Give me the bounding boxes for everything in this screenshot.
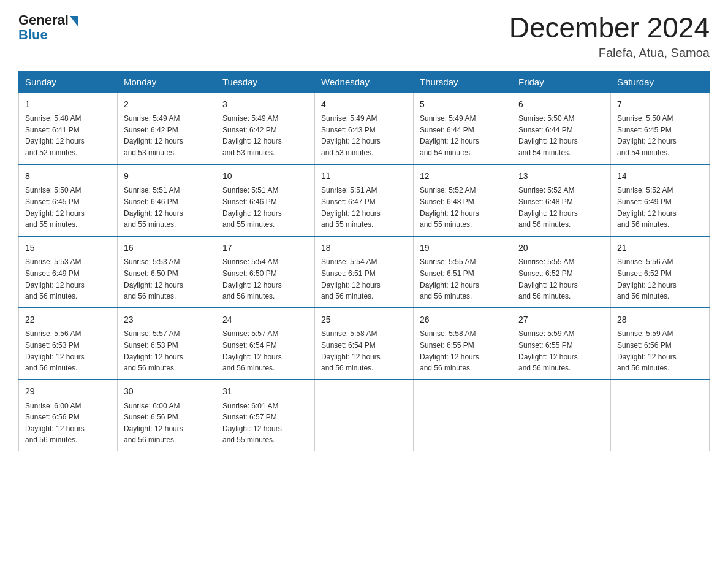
calendar-week-row: 8Sunrise: 5:50 AM Sunset: 6:45 PM Daylig… <box>19 164 710 236</box>
calendar-cell: 5Sunrise: 5:49 AM Sunset: 6:44 PM Daylig… <box>414 93 512 164</box>
day-info: Sunrise: 5:54 AM Sunset: 6:51 PM Dayligh… <box>321 256 407 302</box>
col-header-saturday: Saturday <box>611 71 710 93</box>
calendar-cell: 21Sunrise: 5:56 AM Sunset: 6:52 PM Dayli… <box>611 236 710 308</box>
day-info: Sunrise: 5:50 AM Sunset: 6:44 PM Dayligh… <box>518 113 604 158</box>
calendar-cell: 3Sunrise: 5:49 AM Sunset: 6:42 PM Daylig… <box>216 93 315 164</box>
day-number: 4 <box>321 98 407 112</box>
calendar-cell: 20Sunrise: 5:55 AM Sunset: 6:52 PM Dayli… <box>512 236 611 308</box>
day-number: 27 <box>518 313 604 327</box>
day-info: Sunrise: 5:55 AM Sunset: 6:51 PM Dayligh… <box>420 256 506 302</box>
day-info: Sunrise: 5:49 AM Sunset: 6:42 PM Dayligh… <box>124 113 210 158</box>
calendar-cell: 14Sunrise: 5:52 AM Sunset: 6:49 PM Dayli… <box>611 164 710 236</box>
calendar-cell: 19Sunrise: 5:55 AM Sunset: 6:51 PM Dayli… <box>414 236 512 308</box>
day-number: 8 <box>25 170 111 183</box>
day-info: Sunrise: 5:49 AM Sunset: 6:43 PM Dayligh… <box>321 113 407 158</box>
day-info: Sunrise: 5:53 AM Sunset: 6:49 PM Dayligh… <box>25 256 111 302</box>
calendar-cell: 15Sunrise: 5:53 AM Sunset: 6:49 PM Dayli… <box>19 236 118 308</box>
day-info: Sunrise: 5:50 AM Sunset: 6:45 PM Dayligh… <box>617 113 703 158</box>
calendar-cell: 30Sunrise: 6:00 AM Sunset: 6:56 PM Dayli… <box>118 380 216 451</box>
calendar-week-row: 22Sunrise: 5:56 AM Sunset: 6:53 PM Dayli… <box>19 308 710 380</box>
day-number: 17 <box>222 242 308 255</box>
col-header-wednesday: Wednesday <box>315 71 414 93</box>
calendar-cell: 12Sunrise: 5:52 AM Sunset: 6:48 PM Dayli… <box>414 164 512 236</box>
calendar-cell <box>414 380 512 451</box>
day-number: 20 <box>518 242 604 255</box>
day-info: Sunrise: 5:58 AM Sunset: 6:55 PM Dayligh… <box>420 328 506 373</box>
day-info: Sunrise: 5:51 AM Sunset: 6:46 PM Dayligh… <box>124 185 210 230</box>
day-number: 31 <box>222 385 308 399</box>
day-number: 12 <box>420 170 506 183</box>
calendar-cell: 1Sunrise: 5:48 AM Sunset: 6:41 PM Daylig… <box>19 93 118 164</box>
day-number: 7 <box>617 98 703 112</box>
col-header-thursday: Thursday <box>414 71 512 93</box>
calendar-week-row: 1Sunrise: 5:48 AM Sunset: 6:41 PM Daylig… <box>19 93 710 164</box>
col-header-sunday: Sunday <box>19 71 118 93</box>
calendar-cell: 26Sunrise: 5:58 AM Sunset: 6:55 PM Dayli… <box>414 308 512 380</box>
calendar-cell <box>315 380 414 451</box>
calendar-cell: 24Sunrise: 5:57 AM Sunset: 6:54 PM Dayli… <box>216 308 315 380</box>
day-info: Sunrise: 5:52 AM Sunset: 6:48 PM Dayligh… <box>420 185 506 230</box>
logo-blue-text: Blue <box>18 27 48 43</box>
day-number: 1 <box>25 98 111 112</box>
day-info: Sunrise: 5:56 AM Sunset: 6:52 PM Dayligh… <box>617 256 703 302</box>
day-info: Sunrise: 5:54 AM Sunset: 6:50 PM Dayligh… <box>222 256 308 302</box>
day-number: 26 <box>420 313 506 327</box>
day-info: Sunrise: 5:48 AM Sunset: 6:41 PM Dayligh… <box>25 113 111 158</box>
day-number: 29 <box>25 385 111 399</box>
month-title: December 2024 <box>509 12 710 44</box>
day-info: Sunrise: 5:55 AM Sunset: 6:52 PM Dayligh… <box>518 256 604 302</box>
day-info: Sunrise: 5:57 AM Sunset: 6:53 PM Dayligh… <box>124 328 210 373</box>
day-info: Sunrise: 5:51 AM Sunset: 6:46 PM Dayligh… <box>222 185 308 230</box>
day-number: 3 <box>222 98 308 112</box>
day-info: Sunrise: 5:51 AM Sunset: 6:47 PM Dayligh… <box>321 185 407 230</box>
day-info: Sunrise: 5:52 AM Sunset: 6:48 PM Dayligh… <box>518 185 604 230</box>
day-info: Sunrise: 5:49 AM Sunset: 6:42 PM Dayligh… <box>222 113 308 158</box>
col-header-monday: Monday <box>118 71 216 93</box>
calendar-cell: 11Sunrise: 5:51 AM Sunset: 6:47 PM Dayli… <box>315 164 414 236</box>
day-info: Sunrise: 5:49 AM Sunset: 6:44 PM Dayligh… <box>420 113 506 158</box>
day-number: 30 <box>124 385 210 399</box>
day-info: Sunrise: 5:59 AM Sunset: 6:55 PM Dayligh… <box>518 328 604 373</box>
day-number: 14 <box>617 170 703 183</box>
calendar-cell: 29Sunrise: 6:00 AM Sunset: 6:56 PM Dayli… <box>19 380 118 451</box>
day-info: Sunrise: 5:56 AM Sunset: 6:53 PM Dayligh… <box>25 328 111 373</box>
col-header-tuesday: Tuesday <box>216 71 315 93</box>
calendar-cell: 13Sunrise: 5:52 AM Sunset: 6:48 PM Dayli… <box>512 164 611 236</box>
day-number: 2 <box>124 98 210 112</box>
day-number: 11 <box>321 170 407 183</box>
calendar-cell: 6Sunrise: 5:50 AM Sunset: 6:44 PM Daylig… <box>512 93 611 164</box>
title-block: December 2024 Falefa, Atua, Samoa <box>509 12 710 60</box>
logo-arrow-icon <box>70 16 78 27</box>
calendar-cell: 27Sunrise: 5:59 AM Sunset: 6:55 PM Dayli… <box>512 308 611 380</box>
day-number: 25 <box>321 313 407 327</box>
day-number: 9 <box>124 170 210 183</box>
day-number: 28 <box>617 313 703 327</box>
calendar-header-row: SundayMondayTuesdayWednesdayThursdayFrid… <box>19 71 710 93</box>
calendar-cell: 2Sunrise: 5:49 AM Sunset: 6:42 PM Daylig… <box>118 93 216 164</box>
day-number: 22 <box>25 313 111 327</box>
calendar-cell: 25Sunrise: 5:58 AM Sunset: 6:54 PM Dayli… <box>315 308 414 380</box>
logo-general-text: General <box>18 12 69 28</box>
day-number: 18 <box>321 242 407 255</box>
day-info: Sunrise: 6:00 AM Sunset: 6:56 PM Dayligh… <box>25 400 111 446</box>
calendar-cell: 4Sunrise: 5:49 AM Sunset: 6:43 PM Daylig… <box>315 93 414 164</box>
day-number: 10 <box>222 170 308 183</box>
day-number: 5 <box>420 98 506 112</box>
calendar-cell: 17Sunrise: 5:54 AM Sunset: 6:50 PM Dayli… <box>216 236 315 308</box>
calendar-cell <box>512 380 611 451</box>
calendar-cell: 18Sunrise: 5:54 AM Sunset: 6:51 PM Dayli… <box>315 236 414 308</box>
calendar-table: SundayMondayTuesdayWednesdayThursdayFrid… <box>18 71 710 451</box>
day-number: 13 <box>518 170 604 183</box>
logo: General Blue <box>18 12 78 43</box>
day-number: 6 <box>518 98 604 112</box>
day-info: Sunrise: 5:53 AM Sunset: 6:50 PM Dayligh… <box>124 256 210 302</box>
calendar-cell: 28Sunrise: 5:59 AM Sunset: 6:56 PM Dayli… <box>611 308 710 380</box>
day-number: 23 <box>124 313 210 327</box>
day-info: Sunrise: 5:52 AM Sunset: 6:49 PM Dayligh… <box>617 185 703 230</box>
calendar-cell: 22Sunrise: 5:56 AM Sunset: 6:53 PM Dayli… <box>19 308 118 380</box>
calendar-cell <box>611 380 710 451</box>
day-info: Sunrise: 5:59 AM Sunset: 6:56 PM Dayligh… <box>617 328 703 373</box>
calendar-week-row: 15Sunrise: 5:53 AM Sunset: 6:49 PM Dayli… <box>19 236 710 308</box>
day-info: Sunrise: 5:57 AM Sunset: 6:54 PM Dayligh… <box>222 328 308 373</box>
day-number: 16 <box>124 242 210 255</box>
